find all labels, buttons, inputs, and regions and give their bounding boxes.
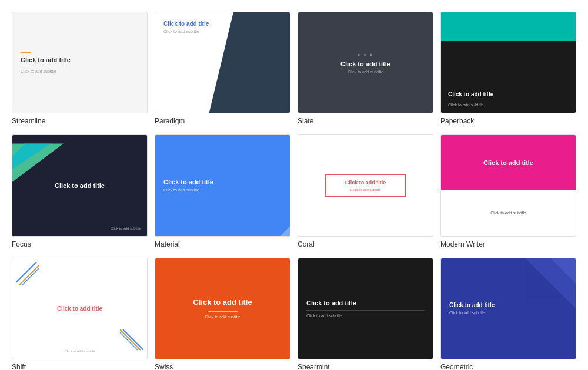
title-shift: Click to add title <box>57 305 102 312</box>
label-slate: Slate <box>298 117 433 125</box>
dark-shape <box>209 12 290 113</box>
template-item-paradigm[interactable]: Click to add title Click to add subtitle… <box>155 12 290 125</box>
label-swiss: Swiss <box>155 363 290 370</box>
subtitle-slate: Click to add subtitle <box>348 70 383 74</box>
thumbnail-modern-writer[interactable]: Click to add title Click to add subtitle <box>440 134 576 236</box>
subtitle-material: Click to add subtitle <box>163 188 282 192</box>
bottom-modern-writer: Click to add subtitle <box>441 190 576 236</box>
template-item-swiss[interactable]: Click to add title Click to add subtitle… <box>155 258 290 371</box>
label-streamline: Streamline <box>12 117 148 125</box>
thumbnail-geometric[interactable]: Click to add title Click to add subtitle <box>440 258 576 359</box>
thumbnail-shift[interactable]: Click to add title Click to add subtitle <box>12 258 148 359</box>
card-coral: Click to add title Click to add subtitle <box>325 174 406 197</box>
subtitle-geometric: Click to add subtitle <box>449 311 567 315</box>
title-paperback: Click to add title <box>448 91 569 97</box>
svg-line-2 <box>16 262 36 282</box>
title-slate: Click to add title <box>340 60 390 68</box>
label-spearmint: Spearmint <box>298 363 433 370</box>
title-paradigm: Click to add title <box>163 21 209 27</box>
thumbnail-paradigm[interactable]: Click to add title Click to add subtitle <box>155 12 290 113</box>
thumbnail-slate[interactable]: • • • Click to add title Click to add su… <box>298 12 433 113</box>
title-material: Click to add title <box>163 179 282 186</box>
thumbnail-spearmint[interactable]: Click to add title Click to add subtitle <box>298 258 433 359</box>
accent-line <box>21 52 31 53</box>
divider-spearmint <box>306 310 425 311</box>
title-geometric: Click to add title <box>449 302 567 308</box>
label-paperback: Paperback <box>440 117 576 125</box>
svg-line-5 <box>123 329 143 350</box>
title-streamline: Click to add title <box>21 56 139 63</box>
title-modern-writer: Click to add title <box>483 159 533 166</box>
label-paradigm: Paradigm <box>155 117 290 125</box>
thumbnail-streamline[interactable]: Click to add title Click to add subtitle <box>12 12 148 113</box>
template-item-coral[interactable]: Click to add title Click to add subtitle… <box>298 134 433 248</box>
content-paradigm: Click to add title Click to add subtitle <box>163 21 209 33</box>
subtitle-coral: Click to add subtitle <box>332 188 399 191</box>
template-item-slate[interactable]: • • • Click to add title Click to add su… <box>298 12 433 125</box>
teal-bar-paperback <box>441 12 576 41</box>
subtitle-paperback: Click to add subtitle <box>448 103 569 107</box>
thumbnail-focus[interactable]: Click to add title Click to add subtitle <box>12 134 148 236</box>
subtitle-spearmint: Click to add subtitle <box>306 314 425 318</box>
template-grid: Click to add title Click to add subtitle… <box>12 12 576 370</box>
svg-line-3 <box>19 265 39 285</box>
template-item-material[interactable]: Click to add title Click to add subtitle… <box>155 134 290 248</box>
dots-slate: • • • <box>358 52 373 58</box>
subtitle-swiss: Click to add subtitle <box>205 315 240 319</box>
thumbnail-coral[interactable]: Click to add title Click to add subtitle <box>298 134 433 236</box>
label-material: Material <box>155 240 290 248</box>
title-focus: Click to add title <box>55 182 105 189</box>
lines-br-shift <box>120 329 143 355</box>
template-item-shift[interactable]: Click to add title Click to add subtitle… <box>12 258 148 371</box>
template-item-modern-writer[interactable]: Click to add title Click to add subtitle… <box>440 134 576 248</box>
label-coral: Coral <box>298 240 433 248</box>
shape-tr-geometric <box>509 258 576 309</box>
thumbnail-swiss[interactable]: Click to add title Click to add subtitle <box>155 258 290 359</box>
subtitle-modern-writer: Click to add subtitle <box>490 211 526 215</box>
svg-line-6 <box>120 329 141 350</box>
label-geometric: Geometric <box>440 363 576 370</box>
template-item-spearmint[interactable]: Click to add title Click to add subtitle… <box>298 258 433 371</box>
thumbnail-material[interactable]: Click to add title Click to add subtitle <box>155 134 290 236</box>
pink-section-modern-writer: Click to add title <box>441 135 576 190</box>
label-focus: Focus <box>12 240 148 248</box>
subtitle-shift: Click to add subtitle <box>64 349 95 353</box>
svg-line-4 <box>22 268 39 285</box>
template-item-streamline[interactable]: Click to add title Click to add subtitle… <box>12 12 148 125</box>
label-modern-writer: Modern Writer <box>440 240 576 248</box>
template-item-geometric[interactable]: Click to add title Click to add subtitle… <box>440 258 576 371</box>
divider-paperback <box>448 100 461 100</box>
label-shift: Shift <box>12 363 148 370</box>
title-coral: Click to add title <box>332 180 399 186</box>
lines-tl-shift <box>16 262 39 288</box>
subtitle-streamline: Click to add subtitle <box>21 69 139 73</box>
title-swiss: Click to add title <box>193 298 252 307</box>
subtitle-paradigm: Click to add subtitle <box>163 29 209 33</box>
template-item-paperback[interactable]: Click to add title Click to add subtitle… <box>440 12 576 125</box>
template-item-focus[interactable]: Click to add title Click to add subtitle… <box>12 134 148 248</box>
thumbnail-paperback[interactable]: Click to add title Click to add subtitle <box>440 12 576 113</box>
divider-swiss <box>208 311 238 312</box>
title-spearmint: Click to add title <box>306 300 425 307</box>
fold-material <box>280 227 290 236</box>
subtitle-focus: Click to add subtitle <box>111 227 141 230</box>
